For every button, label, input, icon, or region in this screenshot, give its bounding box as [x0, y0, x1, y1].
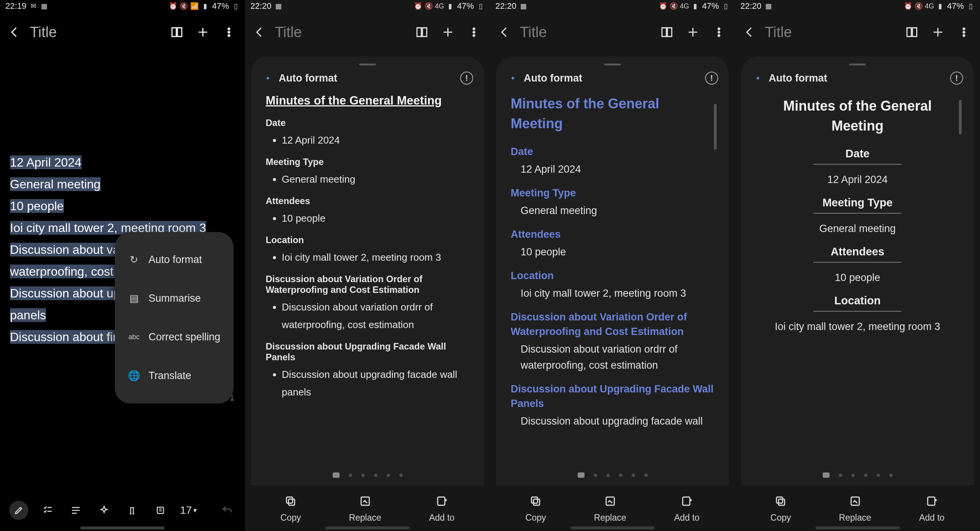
section-value: Ioi city mall tower 2, meeting room 3	[282, 248, 469, 266]
section-value: General meeting	[756, 223, 959, 235]
status-bar: 22:20▦ ⏰🔇4G▮47%▯	[735, 0, 980, 12]
nav-gesture-bar[interactable]	[80, 526, 165, 529]
pen-tool-button[interactable]	[9, 501, 28, 520]
copy-button[interactable]: Copy	[771, 493, 791, 523]
section-heading: Meeting Type	[511, 186, 714, 200]
overflow-menu-button[interactable]	[710, 23, 728, 41]
section-value: 12 April 2024	[282, 131, 469, 149]
formatted-preview[interactable]: Minutes of the General Meeting Date 12 A…	[262, 88, 473, 463]
note-title[interactable]: Title	[275, 24, 405, 41]
replace-button[interactable]: Replace	[349, 493, 381, 523]
replace-button[interactable]: Replace	[839, 493, 871, 523]
menu-summarise[interactable]: ▤Summarise	[115, 279, 234, 318]
copy-button[interactable]: Copy	[281, 493, 301, 523]
add-button[interactable]	[439, 23, 457, 41]
add-button[interactable]	[194, 23, 212, 41]
menu-auto-format[interactable]: ↻Auto format	[115, 240, 234, 279]
pager-dot[interactable]	[349, 474, 352, 477]
overflow-menu-button[interactable]	[220, 23, 238, 41]
pager-dot[interactable]	[823, 472, 830, 478]
font-size-select[interactable]: 17▾	[180, 504, 197, 516]
overflow-menu-button[interactable]	[955, 23, 973, 41]
pager-dot[interactable]	[851, 474, 855, 477]
pager-dot[interactable]	[361, 474, 365, 477]
add-to-button[interactable]: Add to	[674, 493, 700, 523]
reader-mode-button[interactable]	[168, 23, 186, 41]
pager-dot[interactable]	[387, 474, 390, 477]
font-button[interactable]	[124, 502, 141, 519]
title-bar: Title	[735, 12, 980, 52]
svg-point-19	[963, 31, 965, 33]
pager-dot[interactable]	[839, 474, 842, 477]
pager-dot[interactable]	[889, 474, 893, 477]
svg-rect-15	[532, 497, 538, 503]
add-button[interactable]	[684, 23, 702, 41]
pager-dot[interactable]	[399, 474, 403, 477]
formatted-preview[interactable]: Minutes of the General Meeting Date 12 A…	[752, 88, 963, 463]
overflow-menu-button[interactable]	[465, 23, 483, 41]
alarm-icon: ⏰	[659, 2, 667, 10]
back-button[interactable]	[252, 25, 267, 40]
divider	[813, 213, 902, 214]
pager-dot[interactable]	[374, 474, 377, 477]
reader-mode-button[interactable]	[658, 23, 676, 41]
pager-dot[interactable]	[877, 474, 880, 477]
reader-mode-button[interactable]	[413, 23, 431, 41]
note-line[interactable]: 10 people	[10, 199, 64, 213]
nav-gesture-bar[interactable]	[815, 526, 900, 529]
add-button[interactable]	[929, 23, 947, 41]
info-button[interactable]: !	[705, 72, 718, 85]
drag-handle[interactable]	[604, 64, 621, 65]
menu-correct-spelling[interactable]: abcCorrect spelling	[115, 318, 234, 356]
pager-dot[interactable]	[864, 474, 867, 477]
alarm-icon: ⏰	[414, 2, 422, 10]
style-pager[interactable]	[262, 468, 473, 482]
block-button[interactable]	[152, 502, 169, 519]
drag-handle[interactable]	[359, 64, 376, 65]
note-body[interactable]: 12 April 2024 General meeting 10 people …	[0, 52, 245, 490]
back-button[interactable]	[7, 25, 22, 40]
formatted-preview[interactable]: Minutes of the General Meeting Date 12 A…	[507, 88, 718, 463]
pager-dot[interactable]	[578, 472, 585, 478]
copy-button[interactable]: Copy	[526, 493, 546, 523]
back-button[interactable]	[497, 25, 512, 40]
note-title[interactable]: Title	[765, 24, 895, 41]
menu-label: Translate	[149, 365, 191, 387]
pager-dot[interactable]	[619, 474, 622, 477]
reader-mode-button[interactable]	[903, 23, 921, 41]
scrollbar-thumb[interactable]	[714, 104, 717, 150]
style-pager[interactable]	[507, 468, 718, 482]
checklist-button[interactable]	[39, 502, 57, 519]
mute-icon: 🔇	[180, 2, 188, 10]
note-title[interactable]: Title	[30, 24, 160, 41]
svg-rect-22	[777, 497, 783, 503]
note-title[interactable]: Title	[520, 24, 650, 41]
scrollbar-thumb[interactable]	[959, 100, 962, 134]
info-button[interactable]: !	[460, 72, 473, 85]
nav-gesture-bar[interactable]	[570, 526, 655, 529]
undo-button[interactable]	[218, 502, 236, 519]
back-button[interactable]	[742, 25, 757, 40]
pager-dot[interactable]	[606, 474, 610, 477]
nav-gesture-bar[interactable]	[325, 526, 410, 529]
auto-format-label: Auto format	[769, 72, 945, 84]
text-style-button[interactable]	[67, 502, 85, 519]
ai-assist-button[interactable]	[95, 502, 113, 519]
note-line[interactable]: 12 April 2024	[10, 155, 82, 169]
info-button[interactable]: !	[950, 72, 963, 85]
note-line[interactable]: panels	[10, 308, 46, 322]
pager-dot[interactable]	[333, 472, 340, 478]
pager-dot[interactable]	[644, 474, 648, 477]
drag-handle[interactable]	[849, 64, 866, 65]
add-to-button[interactable]: Add to	[919, 493, 945, 523]
sparkle-icon: ✦	[752, 72, 763, 84]
replace-button[interactable]: Replace	[594, 493, 626, 523]
pager-dot[interactable]	[594, 474, 597, 477]
section-value: General meeting	[282, 170, 469, 188]
menu-translate[interactable]: 🌐Translate	[115, 356, 234, 395]
note-line[interactable]: General meeting	[10, 177, 101, 191]
pager-dot[interactable]	[632, 474, 635, 477]
section-value: Discussion about upgrading facade wall	[511, 413, 714, 429]
style-pager[interactable]	[752, 468, 963, 482]
add-to-button[interactable]: Add to	[429, 493, 455, 523]
